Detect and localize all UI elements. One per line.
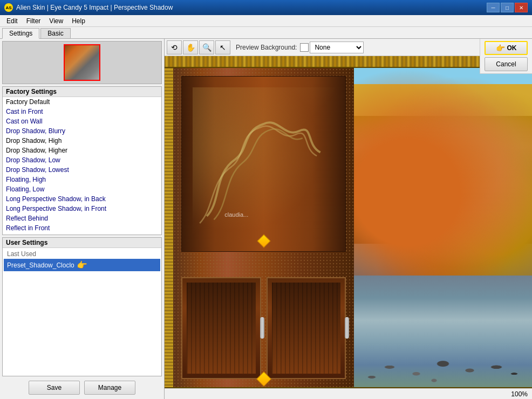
- ok-hand-icon: 👉: [496, 44, 505, 52]
- user-settings-list: Last Used Preset_Shadow_Cloclo 👉: [3, 248, 161, 272]
- user-settings-header: User Settings: [3, 238, 161, 248]
- left-vertical-strip: [165, 68, 173, 387]
- panel-image-right: [272, 283, 341, 374]
- right-nature-scene: [354, 68, 532, 387]
- menu-bar: Edit Filter View Help: [0, 15, 532, 27]
- list-item[interactable]: Drop Shadow, Low: [3, 155, 161, 165]
- cancel-button[interactable]: Cancel: [485, 57, 528, 71]
- minimize-button[interactable]: ─: [487, 3, 500, 12]
- title-bar: AS Alien Skin | Eye Candy 5 Impact | Per…: [0, 0, 532, 15]
- manage-button[interactable]: Manage: [84, 381, 135, 395]
- list-item[interactable]: Long Perspective Shadow, in Front: [3, 204, 161, 214]
- thumbnail-area: [2, 41, 162, 84]
- factory-settings-section: Factory Settings Factory Default Cast in…: [2, 86, 162, 235]
- bg-select-dropdown[interactable]: None White Black Gray: [310, 42, 364, 53]
- middle-door-panel: claudia...: [173, 68, 354, 387]
- save-button[interactable]: Save: [29, 381, 80, 395]
- tab-settings[interactable]: Settings: [2, 28, 39, 39]
- list-item[interactable]: Reflect Behind: [3, 214, 161, 223]
- tab-basic[interactable]: Basic: [40, 28, 70, 38]
- rotate-tool-button[interactable]: ⟲: [167, 40, 182, 54]
- door-top-panel: [181, 76, 346, 252]
- door-left-panel: [181, 277, 261, 379]
- window-controls[interactable]: ─ □ ✕: [487, 3, 528, 12]
- list-item[interactable]: Drop Shadow, Lowest: [3, 165, 161, 175]
- tab-bar: Settings Basic: [0, 27, 532, 39]
- maximize-button[interactable]: □: [501, 3, 514, 12]
- wave-svg: [193, 87, 335, 246]
- bg-color-swatch[interactable]: [300, 43, 309, 52]
- scene-content: claudia...: [165, 68, 532, 387]
- list-item[interactable]: Drop Shadow, Blurry: [3, 126, 161, 136]
- panel-image-left: [187, 283, 256, 374]
- preview-image[interactable]: claudia...: [165, 56, 532, 399]
- door-wave-effect: [193, 87, 335, 246]
- preview-bg-select: None White Black Gray: [300, 42, 364, 53]
- menu-edit[interactable]: Edit: [2, 16, 22, 26]
- list-item[interactable]: Floating, High: [3, 175, 161, 184]
- door-bottom-panels: [181, 277, 346, 379]
- preview-bg-label: Preview Background:: [236, 44, 297, 51]
- ok-cancel-area: 👉 OK Cancel: [480, 39, 532, 74]
- zoom-level: 100%: [511, 390, 528, 398]
- door-right-panel: [267, 277, 346, 379]
- river-area: [354, 276, 532, 387]
- list-item[interactable]: Cast on Wall: [3, 116, 161, 126]
- menu-view[interactable]: View: [45, 16, 67, 26]
- bottom-buttons: Save Manage: [2, 379, 162, 397]
- list-item[interactable]: Floating, Low: [3, 184, 161, 194]
- pan-tool-button[interactable]: ✋: [183, 40, 198, 54]
- nature-background: [354, 68, 532, 387]
- arrow-tool-button[interactable]: ↖: [215, 40, 230, 54]
- preview-toolbar: ⟲ ✋ 🔍 ↖ Preview Background: None White B…: [165, 39, 532, 56]
- factory-settings-header: Factory Settings: [3, 87, 161, 97]
- list-item[interactable]: Factory Default: [3, 97, 161, 107]
- factory-settings-list[interactable]: Factory Default Cast in Front Cast on Wa…: [3, 97, 161, 235]
- list-item[interactable]: Reflect in Front - Faint: [3, 233, 161, 235]
- menu-help[interactable]: Help: [67, 16, 90, 26]
- user-setting-last-used[interactable]: Last Used: [4, 249, 160, 259]
- zoom-tool-button[interactable]: 🔍: [199, 40, 214, 54]
- window-title: Alien Skin | Eye Candy 5 Impact | Perspe…: [16, 4, 173, 11]
- hand-pointer-icon: 👉: [77, 260, 87, 270]
- user-settings-section: User Settings Last Used Preset_Shadow_Cl…: [2, 237, 162, 376]
- door-handle-right: [345, 317, 349, 339]
- ok-button[interactable]: 👉 OK: [485, 41, 528, 55]
- preset-label: Preset_Shadow_Cloclo: [7, 262, 74, 269]
- list-item[interactable]: Drop Shadow, High: [3, 136, 161, 146]
- status-bar: 100%: [165, 388, 532, 399]
- door-handle-left: [260, 317, 264, 339]
- list-item[interactable]: Reflect in Front: [3, 223, 161, 233]
- user-setting-preset[interactable]: Preset_Shadow_Cloclo 👉: [4, 259, 160, 271]
- app-icon: AS: [4, 3, 13, 12]
- ok-label: OK: [507, 44, 517, 52]
- river-rocks: [354, 320, 532, 387]
- list-item[interactable]: Long Perspective Shadow, in Back: [3, 194, 161, 204]
- preview-thumbnail[interactable]: [64, 44, 100, 81]
- list-item[interactable]: Cast in Front: [3, 107, 161, 116]
- scene: claudia...: [165, 56, 532, 399]
- close-button[interactable]: ✕: [515, 3, 528, 12]
- list-item[interactable]: Drop Shadow, Higher: [3, 146, 161, 155]
- right-panel: 👉 OK Cancel ⟲ ✋ 🔍 ↖ Preview Background: …: [165, 39, 532, 399]
- autumn-trees: [354, 68, 532, 276]
- menu-filter[interactable]: Filter: [22, 16, 45, 26]
- top-border-strip: [165, 56, 532, 68]
- left-panel: Factory Settings Factory Default Cast in…: [0, 39, 165, 399]
